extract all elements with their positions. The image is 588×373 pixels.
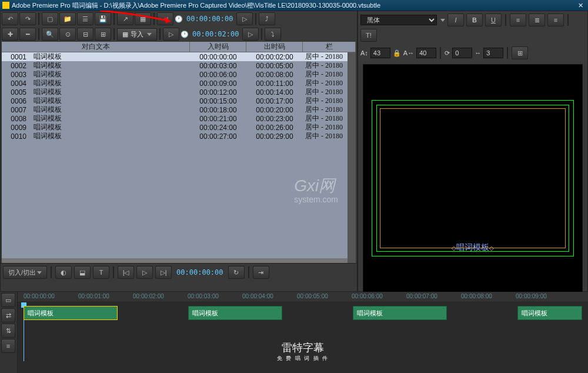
timeline-ruler[interactable]: 00:00:00:0000:00:01:0000:00:02:0000:00:0… [18, 292, 588, 302]
mark2-button[interactable]: ⤵ [265, 28, 281, 41]
import-button[interactable]: ▦ 导入 [117, 28, 157, 41]
scrollbar-vertical[interactable] [348, 52, 356, 263]
tl-tool2[interactable]: ⇄ [1, 308, 15, 322]
timeline-tools: ▭ ⇄ ⇅ ≡ [0, 292, 18, 373]
timeline-clip[interactable]: 唱词模板 [188, 306, 282, 320]
text-size-toolbar: A↕ 🔒 A↔ ⟳ ↔ ⊞ [358, 44, 587, 62]
table-row[interactable]: 0009唱词模板00:00:24:0000:00:26:00居中 - 20180 [2, 123, 356, 132]
table-row[interactable]: 0005唱词模板00:00:12:0000:00:14:00居中 - 20180 [2, 88, 356, 96]
lock-icon: 🔒 [393, 49, 401, 57]
table-row[interactable]: 0001唱词模板00:00:00:0000:00:02:00居中 - 20180 [2, 52, 356, 61]
annotation-arrow [100, 11, 182, 28]
next-button[interactable]: ▷ [236, 12, 253, 25]
col-out[interactable]: 出时码 [246, 42, 303, 52]
ruler-mark: 00:00:05:00 [297, 293, 328, 299]
in-button[interactable]: ◐ [55, 266, 72, 279]
title-safe-area [380, 108, 566, 248]
table-row[interactable]: 0006唱词模板00:00:15:0000:00:17:00居中 - 20180 [2, 96, 356, 105]
ruler-mark: 00:00:00:00 [24, 293, 55, 299]
redo-button[interactable]: ↷ [19, 12, 36, 25]
preview-monitor[interactable]: 唱词模板 [363, 64, 583, 292]
table-header: 对白文本 入时码 出时码 栏 [2, 42, 356, 52]
app-icon [2, 2, 9, 9]
play-transport-button[interactable]: ▷ [136, 266, 153, 279]
tool1-button[interactable]: ⊙ [59, 28, 76, 41]
play-button[interactable]: ▷ [163, 28, 179, 41]
ruler-mark: 00:00:03:00 [188, 293, 219, 299]
table-row[interactable]: 0007唱词模板00:00:18:0000:00:20:00居中 - 20180 [2, 105, 356, 114]
ruler-mark: 00:00:09:00 [516, 293, 547, 299]
mode-select[interactable]: 切入/切出 [3, 266, 47, 279]
table-row[interactable]: 0003唱词模板00:00:06:0000:00:08:00居中 - 20180 [2, 70, 356, 79]
rotate-icon: ⟳ [445, 49, 450, 57]
open-button[interactable]: 📁 [59, 12, 76, 25]
ruler-mark: 00:00:02:00 [133, 293, 164, 299]
timecode-1[interactable]: 00:00:00:00 [184, 15, 235, 23]
font-select[interactable]: 黑体 [360, 15, 437, 25]
clock-icon-2: 🕐 [181, 31, 189, 38]
align-left-button[interactable]: ≡ [510, 14, 526, 26]
table-body: 0001唱词模板00:00:00:0000:00:02:00居中 - 20180… [2, 52, 356, 141]
loop-button[interactable]: ↻ [228, 266, 245, 279]
out-button[interactable]: ⬓ [74, 266, 91, 279]
grid-button[interactable]: ⊞ [512, 46, 528, 59]
subtitle-table: 对白文本 入时码 出时码 栏 0001唱词模板00:00:00:0000:00:… [2, 42, 356, 263]
col-status[interactable]: 栏 [303, 42, 356, 52]
tl-tool3[interactable]: ⇅ [1, 324, 15, 338]
preview-subtitle-text[interactable]: 唱词模板 [452, 242, 494, 253]
subtitle-list-panel: ↶ ↷ ▢ 📁 ☰ 💾 ↗ ▦ ◁ 🕐 00:00:00:00 ▷ ⤴ ✚ ━ … [0, 11, 358, 292]
tool2-button[interactable]: ⊟ [77, 28, 93, 41]
bold-button[interactable]: B [466, 14, 483, 26]
italic-button[interactable]: I [447, 14, 464, 26]
mark-button[interactable]: ⤴ [259, 12, 275, 25]
align-right-button[interactable]: ≡ [547, 14, 564, 26]
window-title: Adobe Premiere Pro 唱词编辑 - D:\视频录入\Adobe … [12, 1, 380, 10]
tl-tool1[interactable]: ▭ [1, 293, 15, 307]
new-button[interactable]: ▢ [42, 12, 58, 25]
timeline-clip[interactable]: 唱词模板 [517, 306, 582, 320]
texttool-button[interactable]: T! [360, 29, 377, 42]
ruler-mark: 00:00:04:00 [242, 293, 273, 299]
tool3-button[interactable]: ⊞ [95, 28, 111, 41]
spacing-input[interactable] [483, 48, 503, 58]
width-icon: A↔ [403, 49, 414, 56]
spacing-icon: ↔ [475, 49, 481, 56]
timeline-clip[interactable]: 唱词模板 [24, 306, 118, 320]
align-center-button[interactable]: ≣ [529, 14, 545, 26]
add-button[interactable]: ✚ [2, 28, 18, 41]
preview-panel: 黑体 I B U ≡ ≣ ≡ T! A↕ 🔒 A↔ ⟳ ↔ ⊞ [358, 11, 588, 292]
ruler-mark: 00:00:08:00 [461, 293, 492, 299]
ruler-mark: 00:00:01:00 [78, 293, 109, 299]
font-size-input[interactable] [370, 48, 390, 58]
watermark: Gxi网 system.com [294, 175, 338, 204]
underline-button[interactable]: U [485, 14, 502, 26]
bottom-watermark: 雷特字幕 免 费 唱 词 插 件 [277, 341, 329, 362]
undo-button[interactable]: ↶ [2, 12, 18, 25]
remove-button[interactable]: ━ [19, 28, 36, 41]
timeline-clip[interactable]: 唱词模板 [353, 306, 447, 320]
table-row[interactable]: 0004唱词模板00:00:09:0000:00:11:00居中 - 20180 [2, 79, 356, 88]
text-button[interactable]: T [93, 266, 109, 279]
search-button[interactable]: 🔍 [42, 28, 58, 41]
close-icon[interactable]: ✕ [575, 2, 586, 9]
col-text[interactable]: 对白文本 [2, 42, 190, 52]
ruler-mark: 00:00:06:00 [352, 293, 383, 299]
timeline[interactable]: 00:00:00:0000:00:01:0000:00:02:0000:00:0… [18, 292, 588, 373]
step-button[interactable]: ▷ [242, 28, 259, 41]
table-row[interactable]: 0010唱词模板00:00:27:0000:00:29:00居中 - 20180 [2, 132, 356, 141]
transport-timecode[interactable]: 00:00:00:00 [174, 268, 225, 277]
split-button[interactable]: ⇥ [253, 266, 269, 279]
scrollbar-horizontal[interactable] [2, 258, 348, 263]
tl-tool4[interactable]: ≡ [1, 339, 15, 353]
table-row[interactable]: 0002唱词模板00:00:03:0000:00:05:00居中 - 20180 [2, 61, 356, 70]
timecode-2[interactable]: 00:00:02:00 [190, 30, 241, 38]
toolbar-row-2: ✚ ━ 🔍 ⊙ ⊟ ⊞ ▦ 导入 ▷ 🕐 00:00:02:00 ▷ ⤵ [1, 26, 357, 42]
folder-button[interactable]: ☰ [77, 12, 93, 25]
table-row[interactable]: 0008唱词模板00:00:21:0000:00:23:00居中 - 20180 [2, 114, 356, 123]
width-input[interactable] [416, 48, 436, 58]
col-in[interactable]: 入时码 [190, 42, 246, 52]
rotate-input[interactable] [452, 48, 472, 58]
svg-marker-0 [165, 16, 171, 24]
goto-end-button[interactable]: ▷| [155, 266, 172, 279]
goto-start-button[interactable]: |◁ [118, 266, 134, 279]
